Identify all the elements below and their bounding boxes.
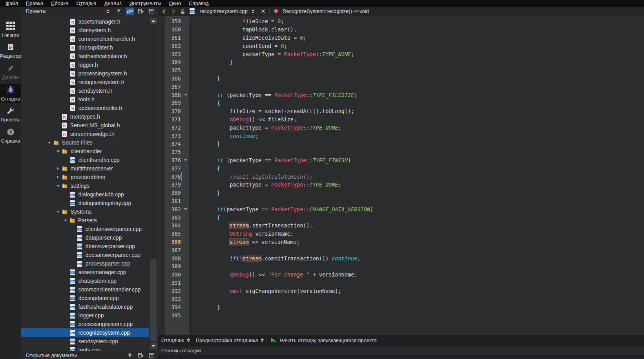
code-line[interactable]: 376 if (packetType == PacketType::TYPE_F…	[158, 156, 644, 165]
tree-item[interactable]: C++fasthashcalculator.cpp	[21, 302, 149, 311]
line-number[interactable]: 385	[168, 231, 181, 237]
line-number[interactable]: 380	[168, 190, 181, 196]
close-document-icon[interactable]	[260, 8, 267, 15]
code-text[interactable]: fileSize = 0;	[189, 18, 284, 24]
code-line[interactable]: 359 fileSize = 0;	[158, 17, 644, 26]
split-new-icon[interactable]	[137, 7, 145, 15]
line-number[interactable]: 365	[168, 67, 181, 73]
line-number[interactable]: 364	[168, 59, 181, 65]
tree-item[interactable]: C++chatsystem.cpp	[21, 277, 149, 285]
line-number[interactable]: 391	[168, 280, 181, 286]
line-number[interactable]: 368	[168, 92, 181, 98]
tree-item[interactable]: Parsers	[21, 216, 149, 225]
line-number[interactable]: 360	[168, 26, 181, 33]
line-number[interactable]: 389	[168, 263, 181, 269]
tree-item[interactable]: hupdatecontroller.h	[21, 104, 149, 112]
code-line[interactable]: 389	[158, 262, 644, 271]
line-number[interactable]: 371	[168, 116, 181, 123]
code-text[interactable]: packetType = PacketType::TYPE_NONE;	[189, 51, 354, 57]
open-documents-title[interactable]: Открытые документы	[26, 352, 126, 358]
line-number[interactable]: 376	[168, 157, 181, 163]
code-text[interactable]: stream.startTransaction();	[189, 222, 313, 229]
code-line[interactable]: 363 packetType = PacketType::TYPE_NONE;	[158, 50, 644, 58]
tree-item[interactable]: C++commonclienthandler.cpp	[21, 285, 149, 294]
sort-spinner-icon[interactable]	[126, 351, 134, 359]
mode-projects-wrench[interactable]: Проекты	[0, 105, 21, 125]
line-number[interactable]: 367	[168, 84, 181, 90]
line-number[interactable]: 394	[168, 304, 181, 310]
code-text[interactable]: }	[189, 141, 220, 147]
start-debug-label[interactable]: Начать отладку запускающегося проекта	[279, 337, 377, 343]
line-number[interactable]: 372	[168, 125, 181, 131]
code-line[interactable]: 361 sizeReceiveData = 0;	[158, 34, 644, 42]
debugger-label[interactable]: Отладчик	[161, 337, 184, 343]
fold-marker-icon[interactable]	[182, 94, 189, 96]
expanded-arrow-icon[interactable]	[46, 142, 53, 144]
code-line[interactable]: 391	[158, 279, 644, 287]
scroll-down-icon[interactable]	[150, 343, 157, 349]
tree-item[interactable]: C++docsanswerparser.cpp	[21, 251, 149, 259]
tree-item[interactable]: C++dataparser.cpp	[21, 233, 149, 242]
code-line[interactable]: 379 packetType = PacketType::TYPE_NONE;	[158, 181, 644, 189]
code-line[interactable]: 369 {	[158, 99, 644, 107]
code-line[interactable]: 364 }	[158, 58, 644, 66]
debugger-spinner-icon[interactable]	[187, 338, 190, 342]
line-number[interactable]: 370	[168, 108, 181, 114]
tree-item[interactable]: providerdblms	[21, 173, 149, 181]
tree-item[interactable]: hcommonclienthandler.h	[21, 35, 149, 43]
code-editor[interactable]: 359 fileSize = 0;360 tmpBlock.clear();36…	[158, 16, 644, 335]
code-text[interactable]: packetType = PacketType::TYPE_NONE;	[189, 125, 341, 131]
tree-item[interactable]: C++processparser.cpp	[21, 259, 149, 268]
line-number[interactable]: 378	[168, 174, 181, 180]
line-number[interactable]: 395	[168, 312, 181, 319]
code-text[interactable]: QString versionName;	[189, 231, 294, 237]
tree-item[interactable]: hsendsystem.h	[21, 86, 149, 95]
code-line[interactable]: 362 countSend = 0;	[158, 42, 644, 50]
line-number[interactable]: 387	[168, 247, 181, 253]
tree-item[interactable]: C++clienthandler.cpp	[21, 156, 149, 164]
tree-scrollbar[interactable]	[149, 16, 158, 351]
code-line[interactable]: 374 }	[158, 140, 644, 148]
line-number[interactable]: 383	[168, 214, 181, 221]
tree-item[interactable]: hchatsystem.h	[21, 26, 149, 35]
code-text[interactable]: sizeReceiveData = 0;	[189, 35, 306, 41]
fold-marker-icon[interactable]	[182, 159, 189, 161]
collapse-panel-icon[interactable]	[148, 7, 156, 15]
scroll-up-icon[interactable]	[150, 18, 157, 24]
collapsed-arrow-icon[interactable]	[55, 167, 61, 170]
code-text[interactable]: }	[189, 190, 220, 196]
tree-item[interactable]: hprocessingsystem.h	[21, 69, 149, 78]
split-new-icon[interactable]	[137, 351, 145, 359]
open-file-name[interactable]: recognizesystem.cpp	[200, 8, 248, 14]
line-number[interactable]: 392	[168, 288, 181, 294]
tree-item[interactable]: C++docsupdater.cpp	[21, 294, 149, 302]
line-number[interactable]: 382	[168, 206, 181, 212]
code-line[interactable]: 360 tmpBlock.clear();	[158, 26, 644, 34]
tree-item[interactable]: hdocsupdater.h	[21, 43, 149, 52]
tree-item[interactable]: C++dbanswerparser.cpp	[21, 242, 149, 251]
tree-item[interactable]: C++assetsmanager.cpp	[21, 268, 149, 277]
code-text[interactable]: packetType = PacketType::TYPE_NONE;	[189, 181, 341, 188]
code-text[interactable]: }	[189, 75, 220, 82]
code-text[interactable]: {	[189, 165, 220, 172]
line-number[interactable]: 384	[168, 222, 181, 229]
mode-debug-bug[interactable]: Отладка	[0, 84, 21, 103]
code-line[interactable]: 372 packetType = PacketType::TYPE_NONE;	[158, 123, 644, 132]
tree-item[interactable]: C++dialogcheckdb.cpp	[21, 190, 149, 199]
file-spinner-icon[interactable]	[252, 9, 255, 13]
tree-item[interactable]: hfasthashcalculator.h	[21, 52, 149, 60]
tree-item[interactable]: C++tools.cpp	[21, 346, 149, 351]
code-line[interactable]: 388 if(!stream.commitTransaction()) cont…	[158, 254, 644, 262]
expanded-arrow-icon[interactable]	[55, 150, 61, 152]
tree-item[interactable]: hrecognizesystem.h	[21, 78, 149, 86]
menu-item[interactable]: Правка	[22, 0, 47, 6]
code-text[interactable]: qDebug() << "For change " + versionName;	[189, 271, 358, 278]
line-number[interactable]: 363	[168, 51, 181, 57]
tree-item[interactable]: hServerLMS_global.h	[21, 121, 149, 130]
line-number[interactable]: 369	[168, 100, 181, 106]
debugger-preset-label[interactable]: Преднастройка отладчика	[196, 337, 258, 343]
tree-item[interactable]: htools.h	[21, 95, 149, 104]
code-text[interactable]: if(!stream.commitTransaction()) continue…	[189, 255, 361, 262]
mode-welcome-grid[interactable]: Начало	[0, 20, 21, 40]
tree-item[interactable]: C++processingsystem.cpp	[21, 320, 149, 328]
